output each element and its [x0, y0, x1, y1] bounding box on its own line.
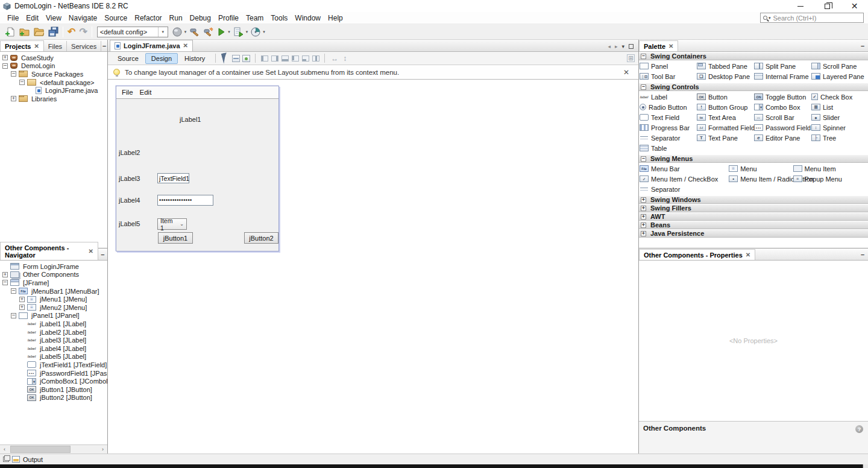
- palette-item[interactable]: Combo Box: [753, 102, 811, 112]
- palette-item[interactable]: Panel: [639, 61, 696, 71]
- tree-row[interactable]: Source Packages: [0, 70, 107, 78]
- minimize-panel-icon[interactable]: –: [98, 251, 107, 260]
- menu-item[interactable]: Edit: [22, 13, 42, 24]
- palette-item[interactable]: Slider: [811, 112, 868, 122]
- debug-project-button[interactable]: [231, 25, 245, 39]
- clean-build-project-button[interactable]: [201, 25, 215, 39]
- close-tab-icon[interactable]: ✕: [668, 44, 673, 49]
- tree-row[interactable]: CaseStudy: [0, 54, 107, 62]
- view-history-button[interactable]: History: [178, 53, 211, 64]
- debug-dropdown-icon[interactable]: ▾: [246, 30, 248, 34]
- palette-item[interactable]: Spinner: [811, 122, 868, 133]
- palette-item[interactable]: Formatted Field: [696, 122, 753, 133]
- menu-item[interactable]: Help: [324, 13, 347, 24]
- menu-item[interactable]: Run: [166, 13, 186, 24]
- minimize-panel-icon[interactable]: –: [857, 251, 868, 260]
- output-button[interactable]: Output: [23, 456, 43, 463]
- form-jbutton1[interactable]: jButton1: [158, 232, 193, 244]
- tab-palette[interactable]: Palette ✕: [639, 40, 678, 51]
- form-jlabel4[interactable]: jLabel4: [119, 197, 140, 204]
- tree-row[interactable]: <default package>: [0, 78, 107, 87]
- palette-item[interactable]: Tabbed Pane: [696, 61, 753, 71]
- form-jlabel2[interactable]: jLabel2: [119, 149, 140, 156]
- tree-expander[interactable]: [11, 96, 16, 101]
- undo-button[interactable]: ↶: [66, 25, 77, 39]
- palette-item[interactable]: Split Pane: [753, 61, 811, 71]
- nav-back-icon[interactable]: ◂: [608, 43, 611, 49]
- tree-row[interactable]: jLabel4 [JLabel]: [0, 344, 107, 353]
- menu-item[interactable]: Team: [242, 13, 267, 24]
- search-input[interactable]: ▾ Search (Ctrl+I): [760, 13, 864, 23]
- palette-item[interactable]: Desktop Pane: [696, 71, 753, 81]
- form-jlabel1[interactable]: jLabel1: [180, 116, 201, 123]
- set-main-project-button[interactable]: [171, 25, 184, 39]
- palette-item[interactable]: Text Field: [639, 112, 696, 122]
- section-collapse-icon[interactable]: [641, 84, 646, 90]
- navigator-horizontal-scrollbar[interactable]: ‹ ›: [0, 444, 107, 454]
- tree-row[interactable]: jLabel5 [JLabel]: [0, 353, 107, 361]
- tree-expander[interactable]: [19, 305, 25, 310]
- form-jpasswordfield1[interactable]: •••••••••••••••: [157, 195, 213, 206]
- form-jlabel5[interactable]: jLabel5: [119, 220, 140, 227]
- palette-item[interactable]: Scroll Bar: [753, 112, 811, 122]
- dock-window-icon[interactable]: [3, 457, 9, 462]
- palette-item[interactable]: Check Box: [811, 92, 868, 102]
- tree-row[interactable]: jLabel1 [JLabel]: [0, 320, 107, 328]
- form-menu-file[interactable]: File: [122, 89, 133, 96]
- menu-item[interactable]: View: [42, 13, 65, 24]
- tree-row[interactable]: jPanel1 [JPanel]: [0, 312, 107, 320]
- tab-files[interactable]: Files: [44, 41, 67, 51]
- palette-section-swing-controls[interactable]: Swing Controls: [639, 83, 868, 91]
- editor-tab-loginjframe[interactable]: LoginJFrame.java ✕: [110, 40, 193, 51]
- palette-section-collapsed[interactable]: Beans: [639, 221, 868, 229]
- tree-row[interactable]: jButton2 [JButton]: [0, 394, 107, 402]
- tree-row[interactable]: jMenu2 [JMenu]: [0, 303, 107, 312]
- tree-row[interactable]: jMenuBar1 [JMenuBar]: [0, 287, 107, 296]
- palette-item[interactable]: Radio Button: [639, 102, 696, 112]
- menu-item[interactable]: Refactor: [131, 13, 165, 24]
- palette-item[interactable]: Menu Item / RadioButton: [728, 174, 792, 184]
- view-design-button[interactable]: Design: [145, 53, 178, 64]
- palette-item[interactable]: Progress Bar: [639, 122, 696, 133]
- tree-row[interactable]: jLabel2 [JLabel]: [0, 328, 107, 337]
- palette-item[interactable]: Button Group: [696, 102, 753, 112]
- profile-project-button[interactable]: [249, 25, 262, 39]
- palette-item[interactable]: Separator: [639, 133, 696, 143]
- palette-item[interactable]: Text Area: [696, 112, 753, 122]
- form-panel[interactable]: jLabel1 jLabel2 jLabel3 jTextField1 jLab…: [116, 99, 278, 251]
- menu-item[interactable]: Navigate: [65, 13, 101, 24]
- tab-projects[interactable]: Projects ✕: [0, 40, 44, 51]
- close-tab-icon[interactable]: ✕: [88, 249, 93, 254]
- tree-expander[interactable]: [2, 63, 8, 69]
- palette-item[interactable]: Button: [696, 92, 753, 102]
- section-expand-icon[interactable]: [641, 231, 646, 236]
- palette-item[interactable]: Scroll Pane: [811, 61, 868, 71]
- minimize-panel-icon[interactable]: –: [857, 42, 868, 51]
- menu-item[interactable]: File: [4, 13, 22, 24]
- palette-section-collapsed[interactable]: Java Persistence: [639, 229, 868, 238]
- menu-item[interactable]: Tools: [267, 13, 291, 24]
- palette-section-collapsed[interactable]: Swing Fillers: [639, 204, 868, 212]
- scroll-left-icon[interactable]: ‹: [0, 445, 9, 454]
- tab-navigator[interactable]: Other Components - Navigator ✕: [0, 242, 98, 260]
- menu-item[interactable]: Window: [291, 13, 324, 24]
- anchor-left-icon[interactable]: [292, 55, 299, 62]
- tree-expander[interactable]: [19, 80, 25, 85]
- tree-row[interactable]: jLabel3 [JLabel]: [0, 336, 107, 344]
- menu-item[interactable]: Profile: [215, 13, 242, 24]
- palette-section-swing-containers[interactable]: Swing Containers: [639, 52, 868, 60]
- section-collapse-icon[interactable]: [641, 54, 646, 59]
- tree-row[interactable]: DemoLogin: [0, 62, 107, 71]
- section-expand-icon[interactable]: [641, 223, 646, 228]
- tree-expander[interactable]: [11, 313, 16, 318]
- search-dropdown-icon[interactable]: ▾: [769, 16, 771, 21]
- section-expand-icon[interactable]: [641, 214, 646, 220]
- run-dropdown-icon[interactable]: ▾: [228, 30, 230, 34]
- form-menu-edit[interactable]: Edit: [140, 89, 152, 96]
- tree-row[interactable]: jTextField1 [JTextField]: [0, 361, 107, 369]
- build-project-button[interactable]: [187, 25, 201, 39]
- form-jtextfield1[interactable]: jTextField1: [157, 173, 189, 183]
- close-hint-icon[interactable]: ✕: [623, 68, 633, 77]
- palette-item[interactable]: Table: [639, 143, 696, 153]
- tab-properties[interactable]: Other Components - Properties ✕: [639, 249, 755, 260]
